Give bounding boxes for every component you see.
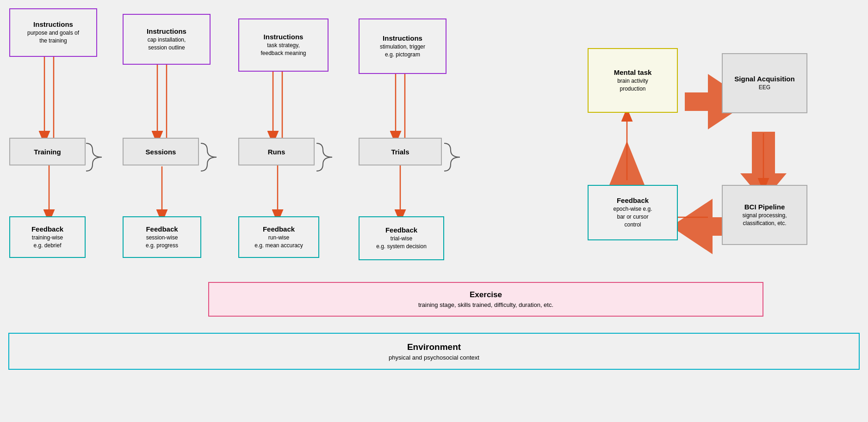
feedback-training-subtitle: training-wise e.g. debrief bbox=[32, 234, 63, 250]
svg-marker-21 bbox=[608, 139, 645, 185]
instructions-trials-title: Instructions bbox=[383, 34, 422, 42]
exercise-box: Exercise training stage, skills trained,… bbox=[208, 282, 763, 317]
feedback-epoch-subtitle: epoch-wise e.g. bar or cursor control bbox=[613, 205, 652, 228]
signal-acquisition-subtitle: EEG bbox=[759, 84, 770, 92]
instructions-runs-box: Instructions task strategy, feedback mea… bbox=[238, 18, 329, 72]
instructions-training-title: Instructions bbox=[33, 20, 73, 28]
feedback-sessions-box: Feedback session-wise e.g. progress bbox=[123, 216, 201, 258]
instructions-runs-title: Instructions bbox=[264, 33, 304, 41]
feedback-training-title: Feedback bbox=[31, 225, 63, 233]
training-title: Training bbox=[34, 148, 61, 156]
feedback-sessions-subtitle: session-wise e.g. progress bbox=[146, 234, 178, 250]
sessions-box: Sessions bbox=[123, 138, 199, 165]
exercise-subtitle: training stage, skills trained, difficul… bbox=[418, 301, 553, 308]
instructions-runs-subtitle: task strategy, feedback meaning bbox=[260, 42, 306, 57]
instructions-sessions-box: Instructions cap installation, session o… bbox=[123, 14, 211, 65]
signal-acquisition-box: Signal Acquisition EEG bbox=[722, 53, 807, 113]
environment-box: Environment physical and psychosocial co… bbox=[8, 333, 860, 370]
bci-pipeline-title: BCI Pipeline bbox=[744, 203, 785, 211]
feedback-runs-box: Feedback run-wise e.g. mean accuracy bbox=[238, 216, 319, 258]
runs-box: Runs bbox=[238, 138, 315, 165]
feedback-runs-title: Feedback bbox=[263, 225, 295, 233]
environment-title: Environment bbox=[407, 342, 461, 352]
mental-task-subtitle: brain activity production bbox=[617, 77, 648, 93]
instructions-training-box: Instructions purpose and goals of the tr… bbox=[9, 8, 97, 57]
bci-pipeline-box: BCI Pipeline signal processing, classifi… bbox=[722, 185, 807, 245]
feedback-trials-box: Feedback trial-wise e.g. system decision bbox=[359, 216, 444, 260]
runs-title: Runs bbox=[268, 148, 285, 156]
instructions-trials-subtitle: stimulation, trigger e.g. pictogram bbox=[380, 43, 425, 59]
mental-task-box: Mental task brain activity production bbox=[588, 48, 678, 113]
environment-subtitle: physical and psychosocial context bbox=[389, 354, 479, 361]
feedback-training-box: Feedback training-wise e.g. debrief bbox=[9, 216, 86, 258]
signal-acquisition-title: Signal Acquisition bbox=[734, 75, 794, 83]
feedback-epoch-box: Feedback epoch-wise e.g. bar or cursor c… bbox=[588, 185, 678, 240]
training-box: Training bbox=[9, 138, 86, 165]
instructions-sessions-title: Instructions bbox=[147, 27, 186, 35]
feedback-trials-title: Feedback bbox=[385, 226, 417, 234]
sessions-title: Sessions bbox=[146, 148, 176, 156]
bci-pipeline-subtitle: signal processing, classification, etc. bbox=[742, 212, 787, 227]
trials-box: Trials bbox=[359, 138, 442, 165]
exercise-title: Exercise bbox=[470, 290, 502, 300]
feedback-sessions-title: Feedback bbox=[146, 225, 178, 233]
diagram: Instructions purpose and goals of the tr… bbox=[0, 0, 868, 422]
mental-task-title: Mental task bbox=[614, 68, 652, 76]
trials-title: Trials bbox=[391, 148, 409, 156]
instructions-training-subtitle: purpose and goals of the training bbox=[27, 29, 79, 45]
feedback-epoch-title: Feedback bbox=[617, 196, 649, 204]
feedback-runs-subtitle: run-wise e.g. mean accuracy bbox=[254, 234, 303, 250]
instructions-trials-box: Instructions stimulation, trigger e.g. p… bbox=[359, 18, 446, 74]
feedback-trials-subtitle: trial-wise e.g. system decision bbox=[376, 235, 427, 251]
instructions-sessions-subtitle: cap installation, session outline bbox=[148, 36, 186, 52]
